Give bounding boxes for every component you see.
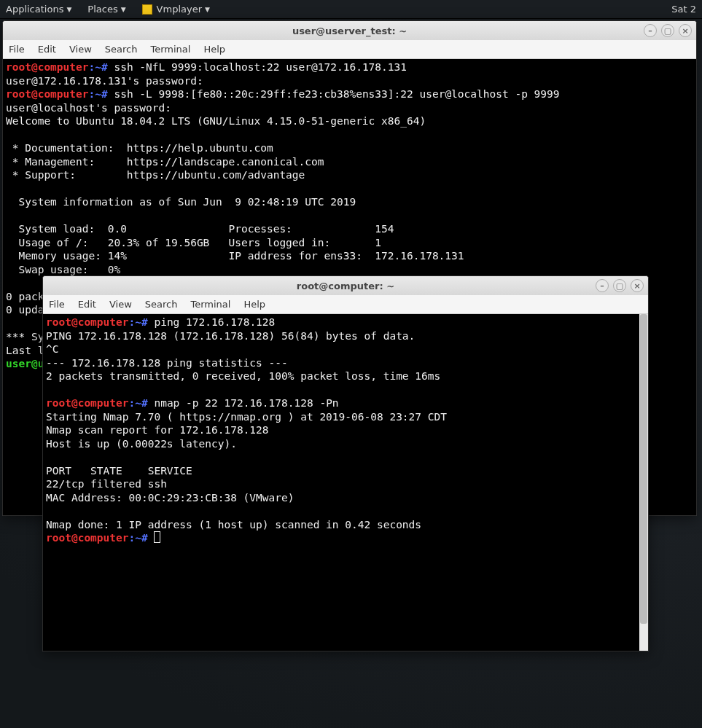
desktop: user@userver_test: ~ – ▢ × File Edit Vie… xyxy=(0,19,702,728)
prompt-host: computer xyxy=(78,532,129,544)
terminal-line: 2 packets transmitted, 0 received, 100% … xyxy=(46,370,440,382)
menu-help[interactable]: Help xyxy=(243,299,265,310)
cursor-icon xyxy=(154,531,160,543)
terminal-line: MAC Address: 00:0C:29:23:CB:38 (VMware) xyxy=(46,492,294,504)
terminal-line: Nmap scan report for 172.16.178.128 xyxy=(46,424,269,436)
dropdown-arrow-icon: ▼ xyxy=(205,6,210,13)
prompt-host: computer xyxy=(38,61,89,73)
terminal-line: Swap usage: 0% xyxy=(6,264,120,275)
menubar: File Edit View Search Terminal Help xyxy=(43,295,648,314)
command-text: nmap -p 22 172.16.178.128 -Pn xyxy=(148,397,339,409)
terminal-line: * Management: https://landscape.canonica… xyxy=(6,156,324,168)
terminal-line: Host is up (0.00022s latency). xyxy=(46,438,237,450)
prompt-user: root@ xyxy=(46,397,78,409)
menu-edit[interactable]: Edit xyxy=(78,299,96,310)
scrollbar-thumb[interactable] xyxy=(640,314,647,624)
maximize-button[interactable]: ▢ xyxy=(661,24,674,37)
command-text: ssh -L 9998:[fe80::20c:29ff:fe23:cb38%en… xyxy=(108,88,560,100)
applications-menu[interactable]: Applications ▼ xyxy=(6,4,71,15)
maximize-button[interactable]: ▢ xyxy=(613,279,626,292)
prompt-host: computer xyxy=(78,316,129,328)
terminal-line: Usage of /: 20.3% of 19.56GB Users logge… xyxy=(6,237,381,248)
terminal-line: PING 172.16.178.128 (172.16.178.128) 56(… xyxy=(46,330,415,342)
menu-edit[interactable]: Edit xyxy=(38,44,56,55)
terminal-line: Starting Nmap 7.70 ( https://nmap.org ) … xyxy=(46,411,447,423)
terminal-line: user@172.16.178.131's password: xyxy=(6,75,203,87)
menu-file[interactable]: File xyxy=(9,44,25,55)
prompt-user: root@ xyxy=(6,61,38,73)
titlebar[interactable]: root@computer: ~ – ▢ × xyxy=(43,276,648,295)
menu-help[interactable]: Help xyxy=(203,44,225,55)
terminal-line: Memory usage: 14% IP address for ens33: … xyxy=(6,250,464,262)
prompt-user: root@ xyxy=(6,88,38,100)
clock[interactable]: Sat 2 xyxy=(671,4,696,15)
terminal-line: ^C xyxy=(46,343,58,355)
dropdown-arrow-icon: ▼ xyxy=(66,6,71,13)
minimize-button[interactable]: – xyxy=(644,24,657,37)
prompt-path: :~# xyxy=(129,316,148,328)
terminal-line: Welcome to Ubuntu 18.04.2 LTS (GNU/Linux… xyxy=(6,115,426,127)
menu-search[interactable]: Search xyxy=(145,299,178,310)
menu-terminal[interactable]: Terminal xyxy=(190,299,230,310)
prompt-path: :~# xyxy=(89,61,108,73)
terminal-line: PORT STATE SERVICE xyxy=(46,465,192,477)
prompt-host: computer xyxy=(78,397,129,409)
terminal-line: System load: 0.0 Processes: 154 xyxy=(6,223,394,235)
vmplayer-icon xyxy=(142,4,152,15)
prompt-user: root@ xyxy=(46,532,78,544)
minimize-button[interactable]: – xyxy=(596,279,609,292)
prompt-path: :~# xyxy=(129,397,148,409)
terminal-line: --- 172.16.178.128 ping statistics --- xyxy=(46,357,288,369)
prompt-path: :~# xyxy=(129,532,148,544)
places-label: Places xyxy=(87,4,117,15)
vmplayer-label: Vmplayer xyxy=(157,4,202,15)
terminal-line: * Support: https://ubuntu.com/advantage xyxy=(6,169,305,181)
command-text: ssh -NfL 9999:localhost:22 user@172.16.1… xyxy=(108,61,407,73)
menu-file[interactable]: File xyxy=(49,299,65,310)
window-title: root@computer: ~ xyxy=(297,281,394,291)
prompt-host: computer xyxy=(38,88,89,100)
terminal-line: Nmap done: 1 IP address (1 host up) scan… xyxy=(46,519,421,531)
titlebar[interactable]: user@userver_test: ~ – ▢ × xyxy=(3,21,696,40)
terminal-line: user@localhost's password: xyxy=(6,102,171,114)
dropdown-arrow-icon: ▼ xyxy=(121,6,126,13)
menu-terminal[interactable]: Terminal xyxy=(150,44,190,55)
window-title: user@userver_test: ~ xyxy=(292,26,407,36)
terminal-line: System information as of Sun Jun 9 02:48… xyxy=(6,196,356,208)
menubar: File Edit View Search Terminal Help xyxy=(3,40,696,59)
terminal-line: * Documentation: https://help.ubuntu.com xyxy=(6,142,273,154)
menu-view[interactable]: View xyxy=(69,44,92,55)
prompt-user-remote: user@u xyxy=(6,358,44,369)
menu-view[interactable]: View xyxy=(109,299,132,310)
places-menu[interactable]: Places ▼ xyxy=(87,4,125,15)
terminal-line: 22/tcp filtered ssh xyxy=(46,478,167,490)
terminal-window-local[interactable]: root@computer: ~ – ▢ × File Edit View Se… xyxy=(42,275,649,651)
terminal-output[interactable]: root@computer:~# ping 172.16.178.128 PIN… xyxy=(43,314,648,651)
close-button[interactable]: × xyxy=(631,279,644,292)
scrollbar[interactable] xyxy=(639,314,648,651)
prompt-path: :~# xyxy=(89,88,108,100)
applications-label: Applications xyxy=(6,4,63,15)
command-text: ping 172.16.178.128 xyxy=(148,316,276,328)
vmplayer-menu[interactable]: Vmplayer ▼ xyxy=(142,4,210,15)
close-button[interactable]: × xyxy=(679,24,692,37)
prompt-user: root@ xyxy=(46,316,78,328)
top-panel: Applications ▼ Places ▼ Vmplayer ▼ Sat 2 xyxy=(0,0,702,19)
menu-search[interactable]: Search xyxy=(105,44,138,55)
